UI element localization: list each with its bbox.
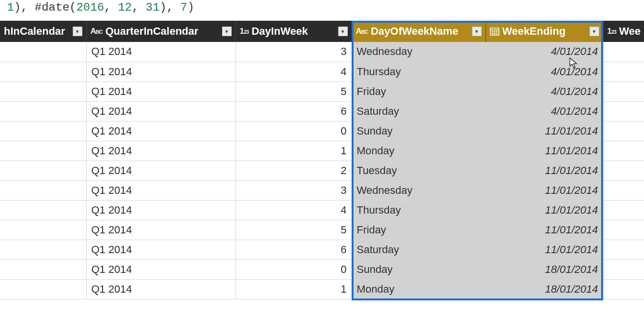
cell-WeekEnding[interactable]: 18/01/2014: [486, 259, 603, 279]
cell-DayInWeek[interactable]: 0: [236, 121, 352, 141]
cell-QuarterInCalendar[interactable]: Q1 2014: [86, 101, 236, 121]
column-header-DayOfWeekName[interactable]: ABCDayOfWeekName▼: [352, 21, 486, 42]
cell-Wee_partial[interactable]: [603, 42, 644, 62]
cell-WeekEnding[interactable]: 11/01/2014: [486, 240, 603, 259]
table-row[interactable]: Q1 20146Saturday11/01/2014: [0, 240, 644, 259]
cell-DayOfWeekName[interactable]: Wednesday: [352, 180, 486, 200]
cell-hInCalendar[interactable]: [0, 62, 86, 81]
cell-DayInWeek[interactable]: 6: [236, 240, 352, 259]
cell-DayOfWeekName[interactable]: Saturday: [352, 240, 486, 259]
cell-WeekEnding[interactable]: 11/01/2014: [486, 220, 603, 240]
cell-DayInWeek[interactable]: 0: [236, 259, 352, 279]
cell-WeekEnding[interactable]: 4/01/2014: [486, 81, 603, 101]
cell-hInCalendar[interactable]: [0, 180, 86, 200]
cell-hInCalendar[interactable]: [0, 81, 86, 101]
cell-DayInWeek[interactable]: 1: [236, 279, 352, 299]
cell-hInCalendar[interactable]: [0, 161, 86, 180]
table-row[interactable]: Q1 20145Friday11/01/2014: [0, 220, 644, 240]
cell-DayInWeek[interactable]: 5: [236, 81, 352, 101]
cell-Wee_partial[interactable]: [603, 220, 644, 240]
cell-Wee_partial[interactable]: [603, 62, 644, 81]
cell-hInCalendar[interactable]: [0, 220, 86, 240]
cell-DayInWeek[interactable]: 3: [236, 180, 352, 200]
table-row[interactable]: Q1 20143Wednesday11/01/2014: [0, 180, 644, 200]
column-filter-dropdown-icon[interactable]: ▼: [73, 27, 82, 36]
cell-DayInWeek[interactable]: 3: [236, 42, 352, 62]
table-row[interactable]: Q1 20143Wednesday4/01/2014: [0, 42, 644, 62]
cell-Wee_partial[interactable]: [603, 240, 644, 259]
cell-QuarterInCalendar[interactable]: Q1 2014: [86, 180, 236, 200]
cell-DayInWeek[interactable]: 5: [236, 220, 352, 240]
cell-DayInWeek[interactable]: 1: [236, 141, 352, 161]
column-header-hInCalendar[interactable]: hInCalendar▼: [0, 21, 86, 42]
cell-DayOfWeekName[interactable]: Thursday: [352, 200, 486, 220]
column-filter-dropdown-icon[interactable]: ▼: [472, 27, 482, 36]
cell-DayOfWeekName[interactable]: Sunday: [352, 121, 486, 141]
cell-DayOfWeekName[interactable]: Sunday: [352, 259, 486, 279]
column-filter-dropdown-icon[interactable]: ▼: [338, 27, 348, 36]
cell-DayOfWeekName[interactable]: Saturday: [352, 101, 486, 121]
cell-DayInWeek[interactable]: 4: [236, 200, 352, 220]
cell-Wee_partial[interactable]: [603, 161, 644, 180]
cell-DayOfWeekName[interactable]: Friday: [352, 220, 486, 240]
table-row[interactable]: Q1 20144Thursday11/01/2014: [0, 200, 644, 220]
column-header-Wee_partial[interactable]: 123Wee: [603, 21, 644, 42]
column-header-QuarterInCalendar[interactable]: ABCQuarterInCalendar▼: [86, 21, 236, 42]
cell-Wee_partial[interactable]: [603, 259, 644, 279]
cell-DayInWeek[interactable]: 4: [236, 62, 352, 81]
cell-hInCalendar[interactable]: [0, 101, 86, 121]
column-header-WeekEnding[interactable]: WeekEnding▼: [486, 21, 603, 42]
table-row[interactable]: Q1 20141Monday11/01/2014: [0, 141, 644, 161]
cell-WeekEnding[interactable]: 11/01/2014: [486, 200, 603, 220]
column-filter-dropdown-icon[interactable]: ▼: [222, 27, 232, 36]
cell-hInCalendar[interactable]: [0, 42, 86, 62]
cell-Wee_partial[interactable]: [603, 101, 644, 121]
column-header-DayInWeek[interactable]: 123DayInWeek▼: [236, 21, 352, 42]
table-row[interactable]: Q1 20145Friday4/01/2014: [0, 81, 644, 101]
table-row[interactable]: Q1 20142Tuesday11/01/2014: [0, 161, 644, 180]
cell-Wee_partial[interactable]: [603, 180, 644, 200]
cell-WeekEnding[interactable]: 11/01/2014: [486, 121, 603, 141]
cell-Wee_partial[interactable]: [603, 200, 644, 220]
column-filter-dropdown-icon[interactable]: ▼: [590, 27, 599, 36]
cell-hInCalendar[interactable]: [0, 259, 86, 279]
cell-WeekEnding[interactable]: 11/01/2014: [486, 161, 603, 180]
cell-hInCalendar[interactable]: [0, 279, 86, 299]
cell-Wee_partial[interactable]: [603, 81, 644, 101]
cell-DayOfWeekName[interactable]: Friday: [352, 81, 486, 101]
cell-QuarterInCalendar[interactable]: Q1 2014: [86, 42, 236, 62]
cell-hInCalendar[interactable]: [0, 121, 86, 141]
cell-WeekEnding[interactable]: 11/01/2014: [486, 141, 603, 161]
cell-DayInWeek[interactable]: 2: [236, 161, 352, 180]
table-row[interactable]: Q1 20140Sunday11/01/2014: [0, 121, 644, 141]
cell-DayOfWeekName[interactable]: Thursday: [352, 62, 486, 81]
cell-QuarterInCalendar[interactable]: Q1 2014: [86, 279, 236, 299]
cell-QuarterInCalendar[interactable]: Q1 2014: [86, 200, 236, 220]
cell-DayOfWeekName[interactable]: Tuesday: [352, 161, 486, 180]
cell-hInCalendar[interactable]: [0, 141, 86, 161]
cell-WeekEnding[interactable]: 4/01/2014: [486, 101, 603, 121]
table-row[interactable]: Q1 20140Sunday18/01/2014: [0, 259, 644, 279]
cell-QuarterInCalendar[interactable]: Q1 2014: [86, 81, 236, 101]
table-row[interactable]: Q1 20146Saturday4/01/2014: [0, 101, 644, 121]
cell-DayOfWeekName[interactable]: Monday: [352, 279, 486, 299]
cell-QuarterInCalendar[interactable]: Q1 2014: [86, 62, 236, 81]
cell-DayInWeek[interactable]: 6: [236, 101, 352, 121]
cell-Wee_partial[interactable]: [603, 141, 644, 161]
cell-Wee_partial[interactable]: [603, 121, 644, 141]
cell-WeekEnding[interactable]: 11/01/2014: [486, 180, 603, 200]
cell-QuarterInCalendar[interactable]: Q1 2014: [86, 220, 236, 240]
cell-DayOfWeekName[interactable]: Wednesday: [352, 42, 486, 62]
cell-QuarterInCalendar[interactable]: Q1 2014: [86, 240, 236, 259]
cell-DayOfWeekName[interactable]: Monday: [352, 141, 486, 161]
table-row[interactable]: Q1 20144Thursday4/01/2014: [0, 62, 644, 81]
cell-QuarterInCalendar[interactable]: Q1 2014: [86, 141, 236, 161]
cell-WeekEnding[interactable]: 18/01/2014: [486, 279, 603, 299]
table-row[interactable]: Q1 20141Monday18/01/2014: [0, 279, 644, 299]
data-preview-grid[interactable]: hInCalendar▼ABCQuarterInCalendar▼123DayI…: [0, 21, 644, 299]
cell-QuarterInCalendar[interactable]: Q1 2014: [86, 259, 236, 279]
cell-WeekEnding[interactable]: 4/01/2014: [486, 62, 603, 81]
formula-bar-fragment[interactable]: 1), #date(2016, 12, 31), 7): [0, 0, 644, 21]
cell-QuarterInCalendar[interactable]: Q1 2014: [86, 161, 236, 180]
cell-hInCalendar[interactable]: [0, 240, 86, 259]
